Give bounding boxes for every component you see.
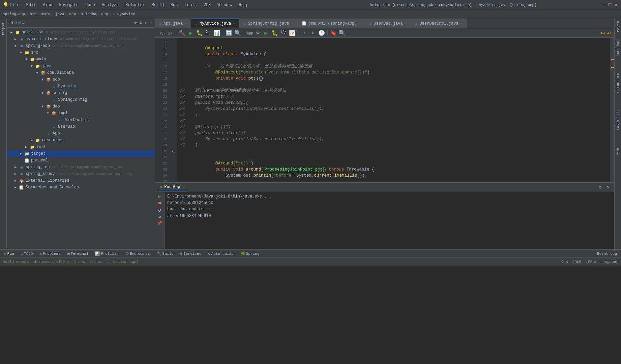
run-close-btn[interactable]: ⚙ [158, 214, 161, 219]
breadcrumb-item[interactable]: spring-aop [3, 12, 25, 16]
coverage-icon[interactable]: 🛡 [280, 29, 287, 37]
tab-app-java[interactable]: ☕ App.java ✕ [155, 19, 191, 28]
run-with-coverage-icon[interactable]: 🛡 [205, 29, 212, 37]
vcs-icon[interactable]: ⬇ [309, 29, 317, 37]
menu-build[interactable]: Build [150, 2, 165, 8]
debug-icon[interactable]: 🐛 [196, 29, 203, 37]
tab-close-icon[interactable]: ✕ [233, 22, 235, 26]
vcs-history-icon[interactable]: 🕐 [318, 29, 325, 37]
profile-icon[interactable]: 📊 [213, 29, 221, 37]
git-icon[interactable]: ⬆ [300, 29, 308, 37]
panel-icon-3[interactable]: ⇳ [145, 20, 147, 25]
tree-item-mybatis[interactable]: ▶ ◼ mybatis-study D:\Code\SpringCode\stu… [7, 36, 155, 42]
menu-view[interactable]: View [41, 2, 54, 8]
navigate-forward-icon[interactable]: ▷ [167, 29, 174, 37]
menu-vcs[interactable]: VCS [202, 2, 212, 8]
tree-item-pom[interactable]: ▶ 📄 pom.xml [7, 157, 155, 164]
terminal-btn[interactable]: ▣ Terminal [65, 251, 91, 256]
indent[interactable]: 4 spaces [600, 260, 618, 264]
build-icon[interactable]: 🔨 [178, 29, 186, 37]
navigate-back-icon[interactable]: ◁ [158, 29, 165, 37]
search-icon[interactable]: 🔍 [234, 29, 241, 37]
menu-run[interactable]: Run [169, 2, 179, 8]
tree-item-config[interactable]: ▼ 📦 config [7, 90, 155, 96]
project-side-label[interactable]: Project [2, 21, 5, 36]
run-green-icon[interactable]: ▶ [262, 29, 270, 37]
favorites-label[interactable]: Favorites [616, 110, 620, 130]
problems-btn[interactable]: ⚠ Problems [37, 251, 63, 256]
spring-btn[interactable]: 🌿 Spring [238, 251, 262, 256]
menu-help[interactable]: Help [237, 2, 250, 8]
breadcrumb-item[interactable]: com [69, 12, 76, 16]
tab-close-icon[interactable]: ✕ [461, 22, 463, 26]
tree-item-heima-ssm[interactable]: ▶ 📁 heima_ssm D:\Code\SpringCode\study\h… [7, 29, 155, 36]
line-ending[interactable]: CRLF [572, 260, 581, 264]
tree-item-impl[interactable]: ▼ 📦 impl [7, 110, 155, 117]
menu-edit[interactable]: Edit [25, 2, 37, 8]
tree-item-springconfig[interactable]: ▶ ☕ SpringConfig [7, 96, 155, 103]
todo-btn[interactable]: ☑ TODO [18, 251, 35, 256]
tab-pom-xml[interactable]: 📄 pom.xml (spring-aop) ✕ [298, 19, 365, 28]
tree-item-spring-study[interactable]: ▶ ◼ spring_study D:\Code\SpringCode\stud… [7, 171, 155, 177]
tree-item-myadvice[interactable]: ▶ ☕ MyAdvice [7, 83, 155, 90]
tab-userdaoimpl-java[interactable]: ☕ UserDaoImpl.java ✕ [411, 19, 467, 28]
event-log-btn[interactable]: Event Log [594, 251, 620, 256]
tree-item-app[interactable]: ▶ ☕ App [7, 130, 155, 137]
run-tab-close-icon[interactable]: ✕ [183, 185, 185, 189]
run-pin-btn[interactable]: 📌 [157, 221, 162, 226]
tree-item-main[interactable]: ▼ 📁 main [7, 56, 155, 63]
breadcrumb-item[interactable]: java [55, 12, 64, 16]
code-editor[interactable]: @Aspect public class MyAdvice { // 这个定义的… [177, 38, 610, 182]
database-label[interactable]: Database [616, 37, 620, 55]
maven-label[interactable]: Maven [616, 18, 620, 35]
tab-springconfig-java[interactable]: ☕ SpringConfig.java ✕ [240, 19, 298, 28]
gutter-run-32[interactable]: ● △ [170, 149, 177, 155]
tree-item-scratches[interactable]: ▶ 📝 Scratches and Consoles [7, 184, 155, 191]
tree-item-resources[interactable]: ▶ 📁 resources [7, 137, 155, 144]
menu-navigate[interactable]: Navigate [58, 2, 80, 8]
menu-analyze[interactable]: Analyze [100, 2, 120, 8]
tree-item-spring-aop[interactable]: ▼ ◼ spring-aop D:\Code\SpringCode\study\… [7, 42, 155, 49]
minimize-button[interactable]: ─ [601, 3, 606, 7]
tree-item-aop[interactable]: ▼ 📦 aop [7, 76, 155, 83]
bookmarks-icon[interactable]: 🔖 [330, 29, 337, 37]
tree-item-target[interactable]: ▶ 📁 target [7, 150, 155, 157]
services-btn[interactable]: ⚙ Services [178, 251, 204, 256]
run-config-selector[interactable]: App [243, 30, 261, 36]
auto-build-btn[interactable]: ⚙ Auto-build [205, 251, 236, 256]
build-btn[interactable]: 🔨 Build [154, 251, 176, 256]
search-everywhere-icon[interactable]: 🔍 [338, 29, 346, 37]
breadcrumb-item[interactable]: alibaba [81, 12, 96, 16]
close-button[interactable]: ✕ [614, 3, 618, 7]
position-indicator[interactable]: 7:1 [562, 260, 568, 264]
tree-item-userdao[interactable]: ▶ ☕ UserDao [7, 123, 155, 130]
panel-icon-4[interactable]: – [150, 21, 152, 25]
encoding[interactable]: UTF-8 [585, 260, 596, 264]
profiler-btn[interactable]: 📊 Profiler [92, 251, 121, 256]
tab-userdao-java[interactable]: ☕ UserDao.java ✕ [365, 19, 411, 28]
breadcrumb-item[interactable]: main [41, 12, 50, 16]
tab-close-icon[interactable]: ✕ [359, 22, 361, 26]
tab-close-icon[interactable]: ✕ [405, 22, 407, 26]
menu-code[interactable]: Code [84, 2, 96, 8]
panel-icon-2[interactable]: ≡ [139, 21, 142, 25]
maven-panel[interactable]: Maven [615, 18, 621, 35]
menu-file[interactable]: File [8, 2, 21, 8]
update-icon[interactable]: 🔄 [225, 29, 233, 37]
tree-item-userdaoimpl[interactable]: ▶ ☕ UserDaoImpl [7, 117, 155, 123]
tab-close-icon[interactable]: ✕ [291, 22, 293, 26]
menu-tools[interactable]: Tools [183, 2, 198, 8]
web-label[interactable]: Web [616, 148, 620, 155]
menu-refactor[interactable]: Refactor [124, 2, 146, 8]
menu-window[interactable]: Window [216, 2, 233, 8]
tree-item-test[interactable]: ▶ 📁 test [7, 144, 155, 150]
run-tab-active[interactable]: ▶ Run App ✕ [158, 183, 187, 191]
tree-item-com-alibaba[interactable]: ▼ 📦 com.alibaba [7, 69, 155, 76]
debug-green-icon[interactable]: 🐛 [271, 29, 278, 37]
endpoints-btn[interactable]: ⬡ Endpoints [123, 251, 152, 256]
tab-close-icon[interactable]: ✕ [185, 22, 187, 26]
run-stop-btn[interactable]: ■ [158, 201, 161, 206]
tab-myadvice-java[interactable]: ☕ MyAdvice.java ✕ [191, 19, 239, 28]
tree-item-java[interactable]: ▼ 📁 java [7, 63, 155, 69]
breadcrumb-item[interactable]: aop [101, 12, 108, 16]
